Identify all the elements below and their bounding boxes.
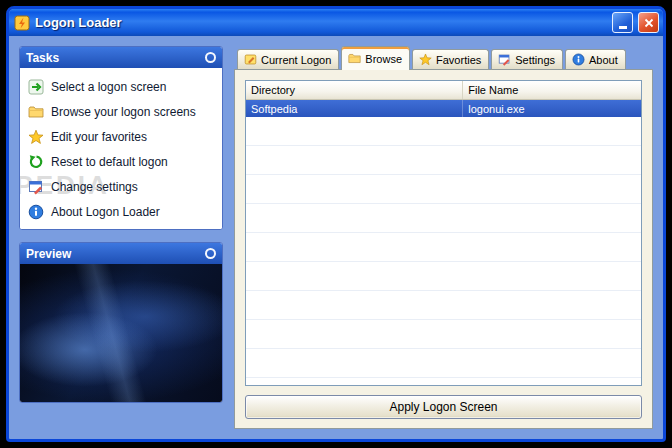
tab-about[interactable]: About: [565, 49, 626, 69]
about-info-icon: [572, 53, 585, 66]
task-select-logon-screen[interactable]: Select a logon screen: [26, 74, 216, 99]
change-settings-icon: [28, 179, 44, 195]
tab-settings[interactable]: Settings: [491, 49, 563, 69]
preview-panel: Preview: [19, 242, 223, 403]
apply-logon-screen-button[interactable]: Apply Logon Screen: [245, 395, 642, 419]
task-label: Reset to default logon: [51, 155, 168, 169]
window-title: Logon Loader: [35, 15, 607, 30]
task-label: Edit your favorites: [51, 130, 147, 144]
browse-folder-icon: [348, 52, 361, 65]
close-button[interactable]: [638, 12, 659, 33]
minimize-button[interactable]: [612, 12, 633, 33]
task-reset-default-logon[interactable]: Reset to default logon: [26, 149, 216, 174]
tab-label: Current Logon: [261, 54, 331, 66]
tab-label: Favorties: [436, 54, 481, 66]
select-arrow-icon: [28, 79, 44, 95]
task-label: Change settings: [51, 180, 138, 194]
task-change-settings[interactable]: Change settings: [26, 174, 216, 199]
tasks-list: SOFTPEDIA Select a logon screen: [20, 68, 222, 229]
preview-panel-header: Preview: [20, 243, 222, 264]
settings-icon: [498, 53, 511, 66]
app-icon: [14, 15, 30, 31]
column-header-file-name[interactable]: File Name: [463, 81, 641, 99]
tab-current-logon[interactable]: Current Logon: [237, 49, 339, 69]
panel-header-button[interactable]: [205, 248, 216, 259]
task-label: About Logon Loader: [51, 205, 160, 219]
tasks-header-label: Tasks: [26, 51, 59, 65]
tab-label: Browse: [365, 53, 402, 65]
task-label: Browse your logon screens: [51, 105, 196, 119]
favorites-star-icon: [419, 53, 432, 66]
current-logon-icon: [244, 53, 257, 66]
tab-browse[interactable]: Browse: [341, 46, 410, 70]
task-label: Select a logon screen: [51, 80, 166, 94]
task-about-logon-loader[interactable]: About Logon Loader: [26, 199, 216, 224]
reset-arrow-icon: [28, 154, 44, 170]
titlebar[interactable]: Logon Loader: [9, 9, 663, 36]
task-browse-logon-screens[interactable]: Browse your logon screens: [26, 99, 216, 124]
favorites-star-icon: [28, 129, 44, 145]
list-header: Directory File Name: [246, 81, 641, 100]
task-edit-favorites[interactable]: Edit your favorites: [26, 124, 216, 149]
tab-favorties[interactable]: Favorties: [412, 49, 489, 69]
list-row-softpedia[interactable]: Softpedia logonui.exe: [246, 100, 641, 117]
cell-file-name: logonui.exe: [463, 100, 641, 117]
tab-control: Current Logon Browse: [234, 46, 653, 429]
preview-image: [20, 264, 222, 402]
about-info-icon: [28, 204, 44, 220]
close-icon: [644, 18, 654, 28]
logon-screens-list[interactable]: Directory File Name Softpedia logonui.ex…: [245, 80, 642, 386]
window-body: Tasks SOFTPEDIA Sel: [9, 36, 663, 439]
sidebar: Tasks SOFTPEDIA Sel: [19, 46, 223, 429]
list-empty-area[interactable]: [246, 117, 641, 385]
tasks-panel-header: Tasks: [20, 47, 222, 68]
tab-label: About: [589, 54, 618, 66]
browse-tab-page: Directory File Name Softpedia logonui.ex…: [234, 69, 653, 429]
tab-strip: Current Logon Browse: [234, 46, 653, 69]
cell-directory: Softpedia: [246, 100, 463, 117]
column-header-directory[interactable]: Directory: [246, 81, 463, 99]
logon-loader-window: Logon Loader Tasks SOFTPEDIA: [6, 6, 666, 442]
minimize-icon: [619, 26, 627, 29]
preview-header-label: Preview: [26, 247, 71, 261]
tasks-panel: Tasks SOFTPEDIA Sel: [19, 46, 223, 230]
panel-header-button[interactable]: [205, 52, 216, 63]
browse-folder-icon: [28, 104, 44, 120]
tab-label: Settings: [515, 54, 555, 66]
